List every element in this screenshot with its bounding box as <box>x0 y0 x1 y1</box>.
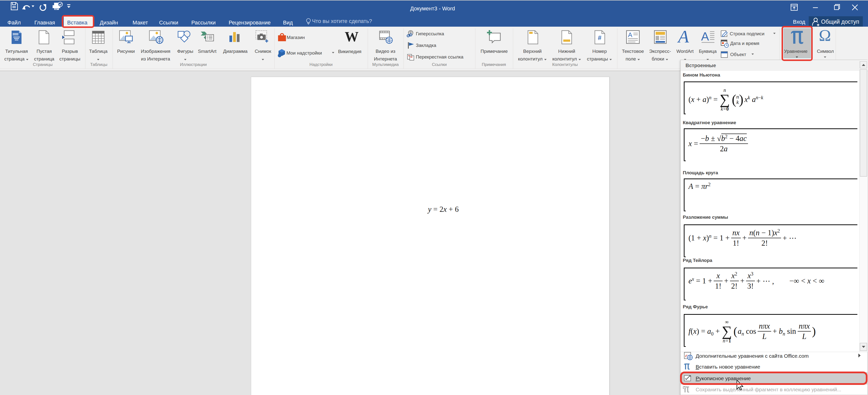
svg-text:#: # <box>598 34 601 41</box>
svg-text:A: A <box>701 30 709 43</box>
svg-text:e: e <box>685 353 687 358</box>
svg-text:A: A <box>628 31 632 38</box>
